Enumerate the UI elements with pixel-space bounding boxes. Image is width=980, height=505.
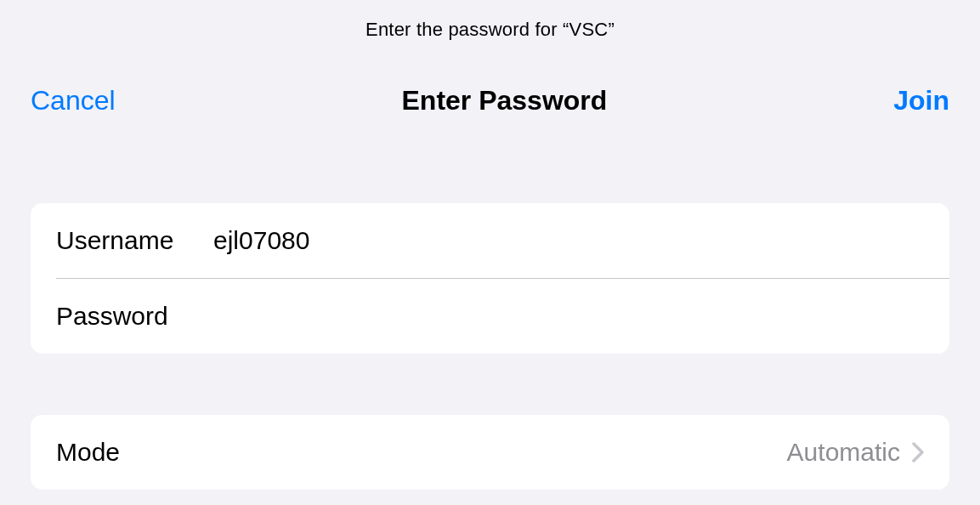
wifi-password-sheet: Enter the password for “VSC” Cancel Ente… <box>0 0 980 505</box>
mode-section: Mode Automatic <box>31 415 949 490</box>
mode-row[interactable]: Mode Automatic <box>31 415 949 490</box>
username-input[interactable] <box>213 226 924 255</box>
sheet-header: Cancel Enter Password Join <box>0 85 980 116</box>
credentials-section: Username Password <box>31 203 949 354</box>
cancel-button[interactable]: Cancel <box>31 85 116 116</box>
mode-value-wrap: Automatic <box>787 438 924 467</box>
username-label: Username <box>56 226 213 255</box>
join-button[interactable]: Join <box>893 85 949 116</box>
password-input[interactable] <box>213 302 924 331</box>
mode-value: Automatic <box>787 438 900 467</box>
username-row: Username <box>31 203 949 278</box>
prompt-subtitle: Enter the password for “VSC” <box>0 0 980 41</box>
password-row: Password <box>31 279 949 354</box>
mode-label: Mode <box>56 438 213 467</box>
chevron-right-icon <box>912 442 924 462</box>
sheet-title: Enter Password <box>116 85 894 116</box>
password-label: Password <box>56 302 213 331</box>
